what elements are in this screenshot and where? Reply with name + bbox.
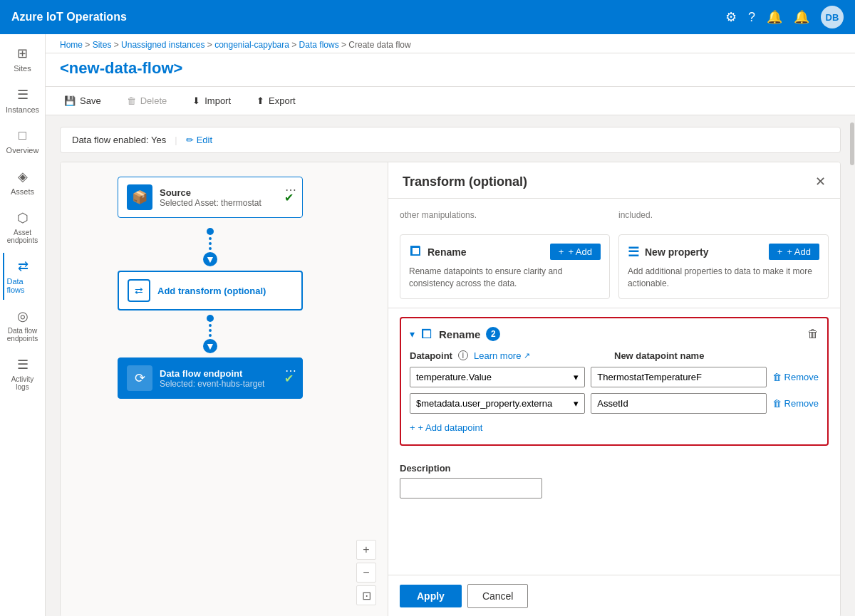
dataflows-icon: ⇄	[18, 259, 28, 274]
datapoint-row-2: $metadata.user_property.externa ▾ 🗑 Remo…	[410, 393, 819, 414]
close-button[interactable]: ✕	[815, 174, 826, 189]
description-label: Description	[400, 463, 829, 474]
new-property-add-button[interactable]: + + Add	[769, 244, 819, 260]
asset-endpoints-icon: ⬡	[17, 210, 28, 226]
source-sub: Selected Asset: thermostat	[160, 198, 277, 208]
plus-icon: +	[559, 246, 564, 257]
top-navigation: Azure IoT Operations ⚙ ? 🔔 🔔 DB	[0, 0, 855, 34]
new-property-desc: Add additional properties to data to mak…	[628, 266, 819, 290]
sidebar-item-dataflow-endpoints[interactable]: ◎ Data flow endpoints	[3, 303, 43, 348]
edit-icon: ✏	[186, 135, 194, 145]
page-header: <new-data-flow>	[46, 53, 855, 87]
rename-card: ⧠ Rename + + Add Rename datapoints to en…	[400, 234, 610, 299]
rename-card-icon: ⧠	[409, 244, 422, 259]
source-menu-icon[interactable]: ⋯	[285, 183, 296, 197]
sidebar-item-asset-endpoints[interactable]: ⬡ Asset endpoints	[3, 204, 43, 250]
transform-title: Add transform (optional)	[157, 286, 266, 296]
app-title: Azure IoT Operations	[11, 11, 127, 24]
transform-node[interactable]: ⇄ Add transform (optional)	[118, 271, 303, 310]
transform-cards: ⧠ Rename + + Add Rename datapoints to en…	[388, 226, 840, 308]
rename-delete-button[interactable]: 🗑	[807, 328, 819, 340]
cancel-button[interactable]: Cancel	[467, 584, 529, 608]
sidebar-item-activity-logs[interactable]: ☰ Activity logs	[3, 351, 43, 397]
plus-2-icon: +	[777, 246, 783, 257]
breadcrumb-dataflows[interactable]: Data flows	[299, 40, 339, 50]
import-button[interactable]: ⬇ Import	[188, 93, 235, 109]
sites-icon: ⊞	[17, 46, 28, 61]
breadcrumb-instance[interactable]: congenial-capybara	[214, 40, 289, 50]
chevron-down-2-icon: ▾	[574, 398, 579, 409]
connector-2: ▼	[118, 310, 303, 357]
source-icon: 📦	[127, 184, 152, 210]
notification-icon[interactable]: 🔔	[767, 9, 782, 25]
new-property-title: New property	[645, 246, 708, 258]
remove-button-2[interactable]: 🗑 Remove	[772, 398, 819, 409]
sidebar-item-instances[interactable]: ☰ Instances	[3, 81, 43, 120]
export-button[interactable]: ⬆ Export	[252, 93, 300, 109]
rename-card-desc: Rename datapoints to ensure clarity and …	[409, 266, 601, 290]
remove-icon-1: 🗑	[772, 372, 782, 382]
transform-title: Transform (optional)	[403, 174, 527, 189]
breadcrumb-current: Create data flow	[348, 40, 410, 50]
endpoint-menu-icon[interactable]: ⋯	[285, 364, 296, 377]
transform-panel: Transform (optional) ✕ other manipulatio…	[388, 162, 840, 616]
sidebar-label-activity-logs: Activity logs	[6, 375, 40, 391]
bottom-bar: Apply Cancel	[388, 575, 840, 616]
save-button[interactable]: 💾 Save	[60, 93, 105, 109]
remove-button-1[interactable]: 🗑 Remove	[772, 372, 819, 382]
transform-body[interactable]: other manipulations. included.	[388, 199, 840, 575]
new-name-input-1[interactable]	[591, 367, 766, 387]
endpoint-node[interactable]: ⟳ Data flow endpoint Selected: event-hub…	[118, 357, 303, 399]
page-title: <new-data-flow>	[60, 59, 841, 86]
enabled-bar: Data flow enabled: Yes | ✏ Edit	[60, 127, 841, 153]
new-name-input-2[interactable]	[591, 393, 766, 414]
sidebar-label-instances: Instances	[6, 105, 39, 114]
new-property-icon: ☰	[628, 244, 639, 260]
datapoint-select-2[interactable]: $metadata.user_property.externa ▾	[410, 393, 585, 414]
zoom-out-button[interactable]: −	[356, 563, 376, 583]
main-content: Home > Sites > Unassigned instances > co…	[46, 34, 855, 616]
breadcrumb-sites[interactable]: Sites	[93, 40, 112, 50]
source-node[interactable]: 📦 Source Selected Asset: thermostat ✔ ⋯	[118, 177, 303, 218]
sidebar-item-sites[interactable]: ⊞ Sites	[3, 40, 43, 78]
learn-more-link[interactable]: Learn more ↗	[474, 350, 530, 361]
datapoint-label: Datapoint	[410, 350, 452, 361]
description-section: Description	[388, 454, 840, 507]
breadcrumb: Home > Sites > Unassigned instances > co…	[46, 34, 855, 53]
rename-chevron-icon[interactable]: ▾	[410, 328, 415, 340]
add-datapoint-button[interactable]: + + Add datapoint	[410, 419, 482, 436]
content-area: Data flow enabled: Yes | ✏ Edit 📦 Source	[46, 115, 855, 616]
help-icon[interactable]: ?	[748, 10, 755, 25]
new-name-label: New datapoint name	[614, 350, 813, 361]
sidebar-item-assets[interactable]: ◈ Assets	[3, 163, 43, 202]
sidebar-label-sites: Sites	[14, 64, 31, 73]
sidebar-item-overview[interactable]: □ Overview	[3, 122, 43, 160]
breadcrumb-home[interactable]: Home	[60, 40, 83, 50]
add-datapoint-icon: +	[410, 422, 415, 433]
settings-icon[interactable]: ⚙	[725, 9, 737, 25]
info-icon: i	[458, 350, 468, 360]
endpoint-title: Data flow endpoint	[160, 368, 277, 379]
source-title: Source	[160, 187, 277, 198]
remove-icon-2: 🗑	[772, 398, 782, 409]
canvas-controls: + − ⊡	[356, 540, 376, 605]
rename-add-button[interactable]: + + Add	[550, 244, 601, 260]
endpoint-sub: Selected: event-hubs-target	[160, 379, 277, 389]
toolbar: 💾 Save 🗑 Delete ⬇ Import ⬆ Export	[46, 87, 855, 115]
delete-button[interactable]: 🗑 Delete	[123, 93, 172, 109]
apply-button[interactable]: Apply	[400, 585, 462, 607]
sidebar-label-overview: Overview	[6, 146, 39, 155]
edit-button[interactable]: ✏ Edit	[186, 135, 212, 145]
user-avatar[interactable]: DB	[821, 6, 844, 28]
datapoint-select-1[interactable]: temperature.Value ▾	[410, 367, 585, 387]
rename-section-icon: ⧠	[420, 327, 433, 342]
sidebar-item-dataflows[interactable]: ⇄ Data flows	[3, 253, 43, 300]
dataflow-endpoints-icon: ◎	[17, 308, 28, 324]
alert-icon[interactable]: 🔔	[794, 9, 809, 25]
chevron-down-icon: ▾	[574, 372, 579, 382]
breadcrumb-unassigned[interactable]: Unassigned instances	[121, 40, 204, 50]
zoom-in-button[interactable]: +	[356, 540, 376, 560]
fit-view-button[interactable]: ⊡	[356, 585, 376, 605]
transform-header: Transform (optional) ✕	[388, 162, 840, 199]
description-input[interactable]	[400, 478, 542, 498]
